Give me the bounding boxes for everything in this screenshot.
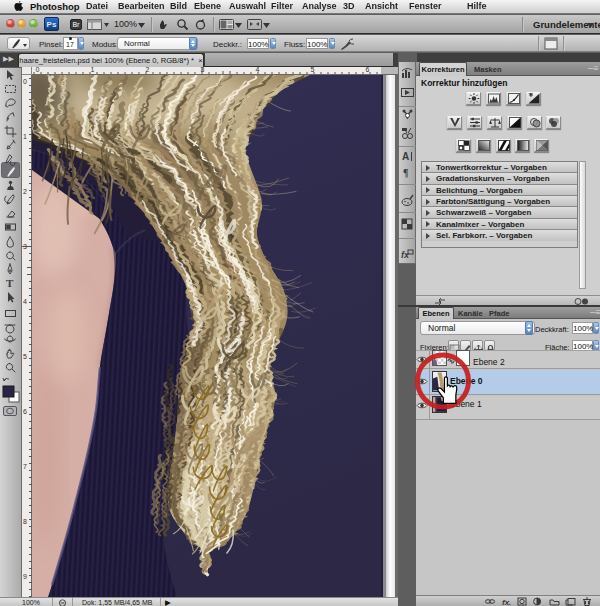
svg-text:¶: ¶ [403, 167, 408, 178]
svg-text:fx.: fx. [502, 598, 511, 606]
svg-text:A: A [402, 151, 409, 162]
svg-text:fx: fx [401, 250, 410, 260]
svg-text:T: T [6, 277, 14, 289]
